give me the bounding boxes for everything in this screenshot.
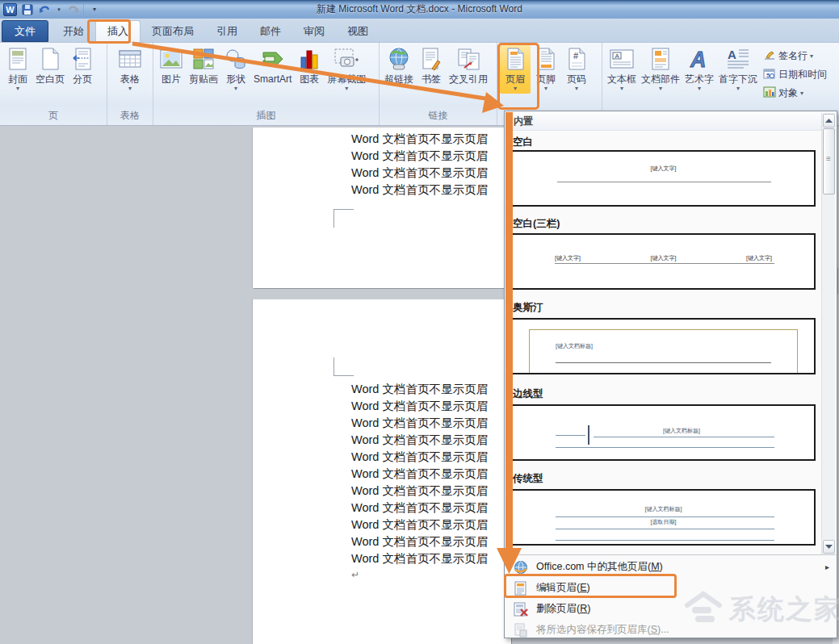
gallery-item-blank-three-columns[interactable]: [键入文字] [键入文字] [键入文字] — [511, 233, 816, 290]
placeholder-text: [选取日期] — [513, 518, 814, 526]
document-text-line: Word 文档首页不显示页眉 — [351, 416, 505, 431]
ribbon-group-tables: 表格▾ 表格 — [107, 43, 153, 125]
gallery-scrollbar[interactable] — [821, 113, 835, 554]
menu-item-remove-header[interactable]: 删除页眉(R) — [505, 599, 836, 619]
quick-parts-icon — [648, 46, 673, 72]
tab-mailings[interactable]: 邮件 — [249, 20, 292, 42]
page-number-icon: # — [564, 46, 589, 72]
text-box-button[interactable]: A 文本框▾ — [605, 44, 639, 94]
scroll-up-icon[interactable] — [823, 114, 835, 128]
text-box-icon: A — [609, 46, 635, 72]
svg-text:A: A — [615, 52, 620, 60]
svg-text:A: A — [690, 48, 707, 71]
bookmark-button[interactable]: 书签▾ — [416, 44, 447, 94]
header-menu-commands: Office.com 中的其他页眉(M) ▸ 编辑页眉(E) 删除页眉(R) — [505, 554, 836, 638]
office-com-globe-icon — [505, 560, 536, 575]
document-text-line: Word 文档首页不显示页眉 — [351, 433, 505, 448]
signature-line-button[interactable]: 签名行▾ — [763, 48, 827, 64]
document-text-line: Word 文档首页不显示页眉 — [351, 483, 505, 499]
menu-item-label: 删除页眉(R) — [536, 602, 590, 616]
menu-item-label: Office.com 中的其他页眉(M) — [536, 560, 663, 574]
wordart-icon: A — [686, 46, 712, 72]
footer-button[interactable]: 页脚▾ — [531, 44, 561, 94]
save-selection-icon — [505, 623, 536, 638]
menu-item-save-selection-to-header-gallery: 将所选内容保存到页眉库(S)... — [505, 620, 836, 640]
tab-page-layout[interactable]: 页面布局 — [141, 20, 205, 42]
document-text-line: Word 文档首页不显示页眉 — [351, 182, 505, 198]
word-application-window: W ▾ ▾ 新建 Microsoft Word 文档.docx - Micros… — [0, 0, 839, 644]
blank-page-button[interactable]: 空白页▾ — [33, 44, 67, 94]
header-button[interactable]: 页眉▾ — [500, 44, 531, 94]
svg-text:A: A — [728, 48, 736, 61]
blank-page-icon — [37, 46, 63, 72]
cover-page-icon — [5, 46, 31, 72]
table-icon — [117, 46, 143, 72]
group-label-tables: 表格 — [107, 108, 153, 125]
tab-home[interactable]: 开始 — [52, 20, 95, 42]
header-icon — [502, 46, 528, 72]
wordart-button[interactable]: A 艺术字▾ — [682, 44, 716, 94]
page-break-button[interactable]: 分页▾ — [67, 44, 98, 94]
hyperlink-icon — [386, 46, 412, 72]
tab-file[interactable]: 文件 — [2, 20, 48, 42]
chart-icon — [296, 46, 322, 72]
document-page-2[interactable]: Word 文档首页不显示页眉 Word 文档首页不显示页眉 Word 文档首页不… — [253, 299, 511, 644]
gallery-item-blank[interactable]: [键入文字] — [511, 150, 816, 207]
document-text-line: Word 文档首页不显示页眉 — [351, 534, 505, 550]
document-text-line: Word 文档首页不显示页眉 — [351, 399, 505, 414]
gallery-item-sideline[interactable]: [键入文档标题] — [511, 404, 816, 461]
edit-header-icon — [505, 581, 536, 596]
gallery-item-austin[interactable]: [键入文档标题] — [511, 318, 816, 374]
tab-review[interactable]: 审阅 — [292, 20, 336, 42]
document-text-line: Word 文档首页不显示页眉 — [351, 165, 505, 181]
header-gallery-dropdown: 内置 空白 [键入文字] 空白(三栏) [键入文字] [键入文字] [键入文字]… — [504, 111, 837, 638]
object-icon — [763, 86, 776, 100]
drop-cap-button[interactable]: A 首字下沉▾ — [716, 44, 760, 94]
menu-item-edit-header[interactable]: 编辑页眉(E) — [505, 578, 836, 598]
gallery-item-label-conservative: 传统型 — [513, 472, 543, 486]
menu-item-label: 将所选内容保存到页眉库(S)... — [536, 623, 669, 637]
clip-art-icon — [191, 46, 216, 72]
menu-item-more-headers-from-office-com[interactable]: Office.com 中的其他页眉(M) ▸ — [505, 557, 836, 577]
window-title: 新建 Microsoft Word 文档.docx - Microsoft Wo… — [0, 2, 839, 16]
gallery-item-label-austin: 奥斯汀 — [513, 301, 543, 315]
drop-cap-icon: A — [725, 46, 751, 72]
group-label-illustrations: 插图 — [153, 108, 379, 125]
group-label-pages: 页 — [0, 108, 107, 125]
scroll-down-icon[interactable] — [823, 540, 835, 554]
tab-view[interactable]: 视图 — [336, 20, 380, 42]
tab-references[interactable]: 引用 — [205, 20, 249, 42]
hyperlink-button[interactable]: 超链接▾ — [382, 44, 416, 94]
document-text-line: Word 文档首页不显示页眉 — [351, 517, 505, 533]
chart-button[interactable]: 图表▾ — [294, 44, 325, 94]
text-boundary-mark — [334, 209, 354, 228]
page-break-icon — [69, 46, 95, 72]
remove-header-icon — [505, 602, 536, 617]
table-button[interactable]: 表格▾ — [115, 44, 145, 94]
placeholder-text: [键入文档标题] — [513, 505, 814, 513]
document-text-line: Word 文档首页不显示页眉 — [351, 382, 505, 397]
date-and-time-button[interactable]: 5 日期和时间 — [763, 66, 827, 82]
placeholder-text: [键入文字] — [513, 165, 814, 173]
smartart-button[interactable]: SmartArt▾ — [251, 44, 294, 94]
text-boundary-mark — [334, 358, 354, 376]
tab-insert[interactable]: 插入 — [95, 20, 141, 42]
shapes-icon — [223, 46, 249, 72]
gallery-scrollbar-thumb[interactable] — [823, 128, 835, 194]
picture-button[interactable]: 图片▾ — [156, 44, 187, 94]
page-number-button[interactable]: # 页码▾ — [561, 44, 592, 94]
quick-parts-button[interactable]: 文档部件▾ — [639, 44, 682, 94]
cover-page-button[interactable]: 封面▾ — [2, 44, 33, 94]
bookmark-icon — [418, 46, 444, 72]
shapes-button[interactable]: 形状▾ — [220, 44, 251, 94]
clip-art-button[interactable]: 剪贴画▾ — [187, 44, 220, 94]
object-button[interactable]: 对象▾ — [763, 85, 827, 101]
placeholder-text: [键入文档标题] — [556, 342, 593, 350]
screenshot-button[interactable]: 屏幕截图▾ — [325, 44, 368, 94]
ribbon-tab-bar: 文件 开始 插入 页面布局 引用 邮件 审阅 视图 — [0, 19, 839, 43]
cross-reference-button[interactable]: 交叉引用▾ — [447, 44, 490, 94]
svg-text:#: # — [573, 51, 578, 61]
gallery-item-conservative[interactable]: [键入文档标题] [选取日期] — [511, 489, 816, 546]
ribbon-group-pages: 封面▾ 空白页▾ 分页▾ 页 — [0, 43, 107, 125]
document-page-1[interactable]: Word 文档首页不显示页眉 Word 文档首页不显示页眉 Word 文档首页不… — [253, 128, 511, 288]
